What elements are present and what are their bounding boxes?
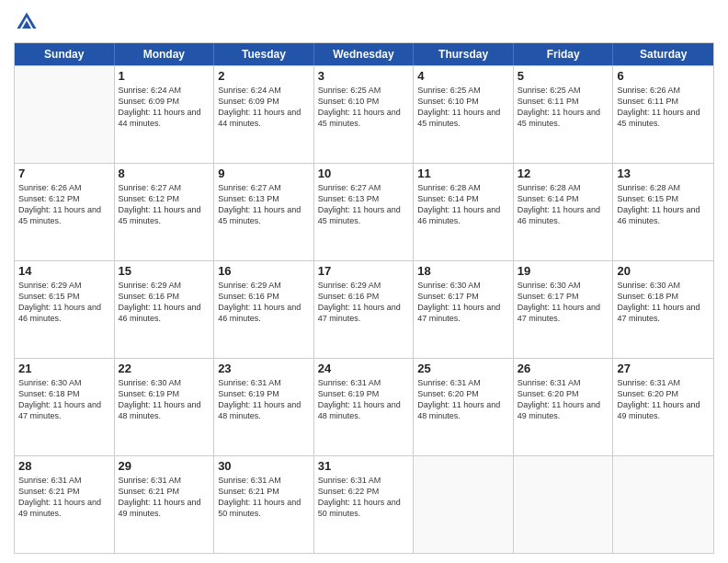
day-cell-19: 19Sunrise: 6:30 AMSunset: 6:17 PMDayligh… bbox=[514, 261, 614, 358]
calendar: SundayMondayTuesdayWednesdayThursdayFrid… bbox=[14, 42, 714, 554]
day-info: Sunrise: 6:26 AMSunset: 6:12 PMDaylight:… bbox=[18, 182, 110, 227]
week-row-2: 7Sunrise: 6:26 AMSunset: 6:12 PMDaylight… bbox=[15, 163, 713, 260]
day-number: 26 bbox=[518, 362, 609, 375]
day-number: 4 bbox=[417, 69, 509, 83]
day-number: 16 bbox=[218, 264, 310, 278]
day-number: 9 bbox=[218, 167, 310, 180]
weekday-header-sunday: Sunday bbox=[15, 43, 115, 65]
day-cell-17: 17Sunrise: 6:29 AMSunset: 6:16 PMDayligh… bbox=[314, 261, 415, 358]
weekday-header-wednesday: Wednesday bbox=[314, 43, 415, 65]
day-info: Sunrise: 6:27 AMSunset: 6:12 PMDaylight:… bbox=[119, 182, 210, 227]
day-number: 21 bbox=[18, 362, 110, 375]
day-cell-25: 25Sunrise: 6:31 AMSunset: 6:20 PMDayligh… bbox=[414, 359, 514, 455]
day-number: 30 bbox=[218, 459, 310, 473]
day-cell-28: 28Sunrise: 6:31 AMSunset: 6:21 PMDayligh… bbox=[15, 456, 115, 553]
day-number: 29 bbox=[119, 459, 210, 473]
day-info: Sunrise: 6:30 AMSunset: 6:17 PMDaylight:… bbox=[518, 280, 609, 325]
day-info: Sunrise: 6:28 AMSunset: 6:15 PMDaylight:… bbox=[617, 182, 710, 227]
day-info: Sunrise: 6:29 AMSunset: 6:16 PMDaylight:… bbox=[318, 280, 410, 325]
empty-cell bbox=[414, 456, 514, 553]
day-cell-2: 2Sunrise: 6:24 AMSunset: 6:09 PMDaylight… bbox=[214, 66, 314, 163]
day-info: Sunrise: 6:31 AMSunset: 6:20 PMDaylight:… bbox=[417, 377, 509, 422]
day-cell-29: 29Sunrise: 6:31 AMSunset: 6:21 PMDayligh… bbox=[115, 456, 215, 553]
week-row-5: 28Sunrise: 6:31 AMSunset: 6:21 PMDayligh… bbox=[15, 455, 713, 553]
day-info: Sunrise: 6:31 AMSunset: 6:20 PMDaylight:… bbox=[617, 377, 710, 422]
day-number: 1 bbox=[119, 69, 210, 83]
day-number: 27 bbox=[617, 362, 710, 375]
day-number: 24 bbox=[318, 362, 410, 375]
day-number: 10 bbox=[318, 167, 410, 180]
day-info: Sunrise: 6:25 AMSunset: 6:10 PMDaylight:… bbox=[318, 85, 410, 130]
day-info: Sunrise: 6:26 AMSunset: 6:11 PMDaylight:… bbox=[617, 85, 710, 130]
day-cell-26: 26Sunrise: 6:31 AMSunset: 6:20 PMDayligh… bbox=[514, 359, 614, 455]
week-row-4: 21Sunrise: 6:30 AMSunset: 6:18 PMDayligh… bbox=[15, 358, 713, 455]
day-number: 8 bbox=[119, 167, 210, 180]
day-info: Sunrise: 6:25 AMSunset: 6:10 PMDaylight:… bbox=[417, 85, 509, 130]
day-info: Sunrise: 6:31 AMSunset: 6:20 PMDaylight:… bbox=[518, 377, 609, 422]
day-number: 17 bbox=[318, 264, 410, 278]
day-cell-21: 21Sunrise: 6:30 AMSunset: 6:18 PMDayligh… bbox=[15, 359, 115, 455]
page: SundayMondayTuesdayWednesdayThursdayFrid… bbox=[0, 0, 728, 563]
day-cell-16: 16Sunrise: 6:29 AMSunset: 6:16 PMDayligh… bbox=[214, 261, 314, 358]
day-number: 7 bbox=[18, 167, 110, 180]
day-info: Sunrise: 6:30 AMSunset: 6:18 PMDaylight:… bbox=[617, 280, 710, 325]
day-info: Sunrise: 6:24 AMSunset: 6:09 PMDaylight:… bbox=[218, 85, 310, 130]
day-info: Sunrise: 6:31 AMSunset: 6:22 PMDaylight:… bbox=[318, 475, 410, 520]
day-cell-18: 18Sunrise: 6:30 AMSunset: 6:17 PMDayligh… bbox=[414, 261, 514, 358]
day-number: 11 bbox=[417, 167, 509, 180]
day-number: 22 bbox=[119, 362, 210, 375]
week-row-1: 1Sunrise: 6:24 AMSunset: 6:09 PMDaylight… bbox=[15, 65, 713, 163]
day-cell-15: 15Sunrise: 6:29 AMSunset: 6:16 PMDayligh… bbox=[115, 261, 215, 358]
day-cell-3: 3Sunrise: 6:25 AMSunset: 6:10 PMDaylight… bbox=[314, 66, 415, 163]
day-number: 2 bbox=[218, 69, 310, 83]
day-number: 13 bbox=[617, 167, 710, 180]
day-cell-4: 4Sunrise: 6:25 AMSunset: 6:10 PMDaylight… bbox=[414, 66, 514, 163]
day-number: 18 bbox=[417, 264, 509, 278]
day-number: 14 bbox=[18, 264, 110, 278]
logo-icon bbox=[14, 9, 40, 35]
day-cell-31: 31Sunrise: 6:31 AMSunset: 6:22 PMDayligh… bbox=[314, 456, 415, 553]
day-cell-5: 5Sunrise: 6:25 AMSunset: 6:11 PMDaylight… bbox=[514, 66, 614, 163]
day-number: 23 bbox=[218, 362, 310, 375]
day-info: Sunrise: 6:28 AMSunset: 6:14 PMDaylight:… bbox=[417, 182, 509, 227]
day-info: Sunrise: 6:31 AMSunset: 6:21 PMDaylight:… bbox=[119, 475, 210, 520]
day-cell-23: 23Sunrise: 6:31 AMSunset: 6:19 PMDayligh… bbox=[214, 359, 314, 455]
day-number: 28 bbox=[18, 459, 110, 473]
day-cell-13: 13Sunrise: 6:28 AMSunset: 6:15 PMDayligh… bbox=[613, 164, 713, 260]
day-info: Sunrise: 6:27 AMSunset: 6:13 PMDaylight:… bbox=[318, 182, 410, 227]
day-number: 31 bbox=[318, 459, 410, 473]
day-info: Sunrise: 6:30 AMSunset: 6:18 PMDaylight:… bbox=[18, 377, 110, 422]
empty-cell bbox=[613, 456, 713, 553]
day-number: 15 bbox=[119, 264, 210, 278]
day-cell-7: 7Sunrise: 6:26 AMSunset: 6:12 PMDaylight… bbox=[15, 164, 115, 260]
day-cell-12: 12Sunrise: 6:28 AMSunset: 6:14 PMDayligh… bbox=[514, 164, 614, 260]
day-cell-14: 14Sunrise: 6:29 AMSunset: 6:15 PMDayligh… bbox=[15, 261, 115, 358]
day-number: 20 bbox=[617, 264, 710, 278]
weekday-header-thursday: Thursday bbox=[414, 43, 514, 65]
logo bbox=[14, 9, 43, 35]
day-info: Sunrise: 6:27 AMSunset: 6:13 PMDaylight:… bbox=[218, 182, 310, 227]
day-info: Sunrise: 6:24 AMSunset: 6:09 PMDaylight:… bbox=[119, 85, 210, 130]
day-number: 25 bbox=[417, 362, 509, 375]
week-row-3: 14Sunrise: 6:29 AMSunset: 6:15 PMDayligh… bbox=[15, 260, 713, 358]
day-cell-11: 11Sunrise: 6:28 AMSunset: 6:14 PMDayligh… bbox=[414, 164, 514, 260]
header bbox=[14, 9, 714, 35]
weekday-header-monday: Monday bbox=[115, 43, 215, 65]
weekday-header-tuesday: Tuesday bbox=[214, 43, 314, 65]
day-number: 19 bbox=[518, 264, 609, 278]
day-number: 12 bbox=[518, 167, 609, 180]
day-info: Sunrise: 6:29 AMSunset: 6:16 PMDaylight:… bbox=[218, 280, 310, 325]
day-cell-9: 9Sunrise: 6:27 AMSunset: 6:13 PMDaylight… bbox=[214, 164, 314, 260]
empty-cell bbox=[15, 66, 115, 163]
day-number: 5 bbox=[518, 69, 609, 83]
day-info: Sunrise: 6:31 AMSunset: 6:21 PMDaylight:… bbox=[218, 475, 310, 520]
day-cell-24: 24Sunrise: 6:31 AMSunset: 6:19 PMDayligh… bbox=[314, 359, 415, 455]
empty-cell bbox=[514, 456, 614, 553]
day-info: Sunrise: 6:30 AMSunset: 6:19 PMDaylight:… bbox=[119, 377, 210, 422]
day-cell-8: 8Sunrise: 6:27 AMSunset: 6:12 PMDaylight… bbox=[115, 164, 215, 260]
day-cell-30: 30Sunrise: 6:31 AMSunset: 6:21 PMDayligh… bbox=[214, 456, 314, 553]
day-info: Sunrise: 6:31 AMSunset: 6:21 PMDaylight:… bbox=[18, 475, 110, 520]
day-cell-1: 1Sunrise: 6:24 AMSunset: 6:09 PMDaylight… bbox=[115, 66, 215, 163]
calendar-body: 1Sunrise: 6:24 AMSunset: 6:09 PMDaylight… bbox=[15, 65, 713, 553]
day-cell-27: 27Sunrise: 6:31 AMSunset: 6:20 PMDayligh… bbox=[613, 359, 713, 455]
